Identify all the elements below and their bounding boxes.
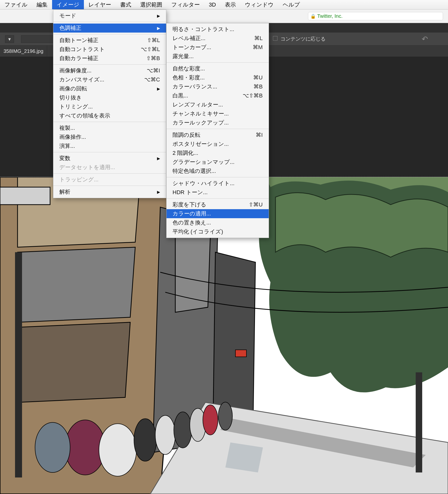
menu-item-label: 自然な彩度...: [173, 65, 205, 72]
svg-rect-13: [235, 350, 246, 357]
adjust-menu-item[interactable]: 色の置き換え...: [167, 218, 269, 227]
browser-url-display[interactable]: 🔒 Twitter, Inc.: [308, 12, 443, 20]
adjust-menu-item[interactable]: ポスタリゼーション...: [167, 140, 269, 149]
menu-イメージ[interactable]: イメージ: [52, 0, 84, 9]
menu-item-shortcut: ⌘M: [253, 44, 263, 51]
image-menu-item[interactable]: 解析▶: [53, 187, 166, 196]
adjust-menu-item[interactable]: 色相・彩度...⌘U: [167, 73, 269, 82]
lock-icon: 🔒: [310, 14, 316, 19]
menu-item-label: トーンカーブ...: [173, 44, 211, 51]
image-menu-item[interactable]: 色調補正▶: [53, 24, 166, 33]
image-menu-item[interactable]: 自動カラー補正⇧⌘B: [53, 54, 166, 63]
menu-item-label: 特定色域の選択...: [173, 167, 216, 175]
menu-item-shortcut: ⇧⌘L: [147, 37, 160, 44]
image-menu-item[interactable]: トリミング...: [53, 102, 166, 111]
menu-item-label: データセットを適用...: [59, 164, 115, 171]
tool-preset-dropdown[interactable]: ▾: [5, 35, 14, 43]
image-menu-item[interactable]: 自動トーン補正⇧⌘L: [53, 36, 166, 45]
menu-item-label: 色の置き換え...: [173, 219, 211, 226]
options-field[interactable]: [21, 35, 54, 43]
image-menu-item[interactable]: 画像操作...: [53, 133, 166, 142]
image-menu-item[interactable]: すべての領域を表示: [53, 111, 166, 120]
menu-レイヤー[interactable]: レイヤー: [84, 0, 116, 9]
menu-item-label: 色調補正: [59, 24, 81, 32]
adjust-menu-item[interactable]: トーンカーブ...⌘M: [167, 43, 269, 52]
image-menu-item[interactable]: カンバスサイズ...⌥⌘C: [53, 75, 166, 84]
adjust-menu-item[interactable]: 明るさ・コントラスト...: [167, 25, 269, 34]
adjust-menu-item[interactable]: カラーの適用...: [167, 209, 269, 218]
menu-ファイル[interactable]: ファイル: [0, 0, 32, 9]
menu-item-label: すべての領域を表示: [59, 112, 110, 119]
adjust-menu-item[interactable]: カラールックアップ...: [167, 118, 269, 127]
image-menu-item[interactable]: 画像の回転▶: [53, 84, 166, 93]
svg-rect-5: [15, 252, 22, 477]
content-aware-checkbox[interactable]: [273, 36, 277, 41]
adjust-menu-item[interactable]: チャンネルミキサー...: [167, 109, 269, 118]
menu-ヘルプ[interactable]: ヘルプ: [278, 0, 305, 9]
svg-rect-6: [0, 187, 50, 205]
menu-item-label: グラデーションマップ...: [173, 158, 234, 166]
svg-marker-3: [18, 247, 135, 322]
adjust-menu-item[interactable]: レベル補正...⌘L: [167, 34, 269, 43]
menu-item-shortcut: ⌥⇧⌘L: [141, 46, 160, 53]
adjust-menu-item[interactable]: 自然な彩度...: [167, 64, 269, 73]
menu-item-label: 彩度を下げる: [173, 201, 206, 208]
submenu-arrow-icon: ▶: [157, 190, 160, 194]
adjust-menu-item[interactable]: 階調の反転⌘I: [167, 131, 269, 140]
reset-icon[interactable]: ↶: [422, 35, 428, 43]
menu-item-label: カラールックアップ...: [173, 119, 229, 127]
image-menu-item[interactable]: 自動コントラスト⌥⇧⌘L: [53, 45, 166, 54]
content-aware-option[interactable]: コンテンツに応じる: [273, 36, 326, 42]
menu-書式[interactable]: 書式: [116, 0, 136, 9]
menu-item-label: ポスタリゼーション...: [173, 140, 229, 148]
adjust-menu-item[interactable]: 平均化 (イコライズ): [167, 227, 269, 236]
menu-item-shortcut: ⌥⇧⌘B: [243, 92, 263, 99]
menu-item-label: 解析: [59, 188, 70, 196]
menu-item-label: 自動トーン補正: [59, 37, 98, 44]
adjust-menu-item[interactable]: 白黒...⌥⇧⌘B: [167, 91, 269, 100]
content-aware-label: コンテンツに応じる: [280, 36, 326, 42]
menu-item-shortcut: ⌘I: [256, 132, 263, 138]
menu-item-label: 白黒...: [173, 92, 188, 99]
image-menu-item[interactable]: モード▶: [53, 11, 166, 20]
menu-item-label: 複製...: [59, 124, 75, 132]
adjust-menu-item[interactable]: シャドウ・ハイライト...: [167, 179, 269, 188]
svg-point-18: [155, 415, 175, 454]
image-menu-item[interactable]: 演算...: [53, 142, 166, 151]
menu-3D[interactable]: 3D: [204, 0, 220, 9]
menu-編集[interactable]: 編集: [32, 0, 52, 9]
image-menu-item: データセットを適用...: [53, 163, 166, 172]
menu-フィルター[interactable]: フィルター: [167, 0, 204, 9]
menu-ウィンドウ[interactable]: ウィンドウ: [240, 0, 278, 9]
document-tab[interactable]: 358IMG_2196.jpg: [0, 46, 47, 57]
adjustments-submenu: 明るさ・コントラスト...レベル補正...⌘Lトーンカーブ...⌘M露光量...…: [166, 23, 269, 238]
menu-item-label: カンバスサイズ...: [59, 76, 104, 83]
menu-item-label: HDR トーン...: [173, 189, 208, 196]
menu-item-label: 画像操作...: [59, 133, 86, 141]
adjust-menu-item[interactable]: 特定色域の選択...: [167, 167, 269, 176]
image-menu-item[interactable]: 画像解像度...⌥⌘I: [53, 66, 166, 75]
document-tab-label: 358IMG_2196.jpg: [4, 48, 43, 54]
adjust-menu-item[interactable]: レンズフィルター...: [167, 100, 269, 109]
adjust-menu-item[interactable]: 彩度を下げる⇧⌘U: [167, 200, 269, 209]
submenu-arrow-icon: ▶: [157, 86, 160, 91]
menu-item-label: 演算...: [59, 142, 75, 150]
adjust-menu-item[interactable]: 2 階調化...: [167, 149, 269, 158]
image-menu-item[interactable]: 複製...: [53, 124, 166, 133]
menu-item-label: レンズフィルター...: [173, 101, 223, 108]
image-menu-item[interactable]: 切り抜き: [53, 93, 166, 102]
adjust-menu-item[interactable]: 露光量...: [167, 52, 269, 61]
svg-point-21: [203, 405, 218, 435]
menu-表示[interactable]: 表示: [220, 0, 240, 9]
adjust-menu-item[interactable]: カラーバランス...⌘B: [167, 82, 269, 91]
adjust-menu-item[interactable]: HDR トーン...: [167, 188, 269, 197]
adjust-menu-item[interactable]: グラデーションマップ...: [167, 158, 269, 167]
menu-bar: ファイル編集イメージレイヤー書式選択範囲フィルター3D表示ウィンドウヘルプ: [0, 0, 448, 10]
menu-選択範囲[interactable]: 選択範囲: [136, 0, 167, 9]
svg-point-17: [134, 419, 157, 461]
menu-item-label: カラーの適用...: [173, 210, 211, 217]
submenu-arrow-icon: ▶: [157, 14, 160, 18]
image-menu-item[interactable]: 変数▶: [53, 154, 166, 163]
menu-item-label: 平均化 (イコライズ): [173, 228, 223, 235]
svg-marker-8: [175, 227, 210, 312]
